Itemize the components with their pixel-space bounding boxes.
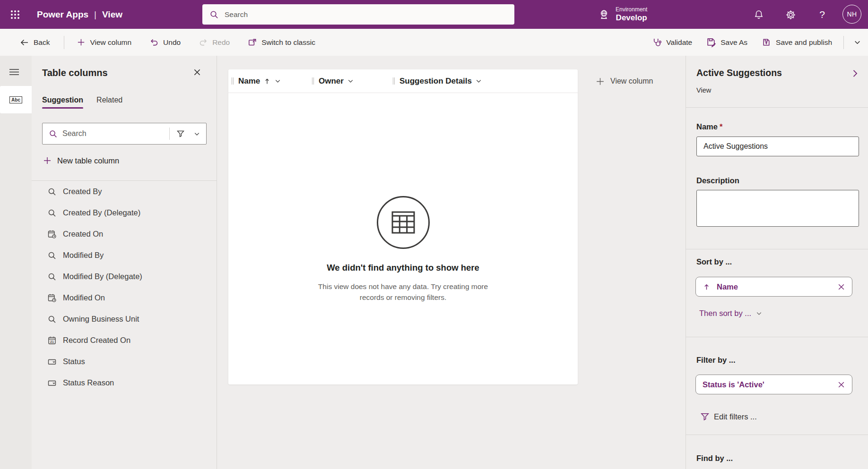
empty-state-title: We didn't find anything to show here: [327, 263, 479, 273]
waffle-menu-icon[interactable]: [6, 6, 24, 24]
datetime-icon: [47, 230, 57, 239]
grid-column-label: Name: [238, 77, 260, 86]
redo-button[interactable]: Redo: [199, 38, 230, 47]
svg-text:21: 21: [50, 340, 54, 343]
edit-filters-button[interactable]: Edit filters ...: [700, 412, 757, 421]
table-column-item[interactable]: Created By: [32, 181, 217, 202]
empty-state: We didn't find anything to show here Thi…: [228, 196, 578, 303]
description-input[interactable]: [696, 190, 859, 227]
column-drag-handle[interactable]: [393, 77, 395, 85]
grid-column-header[interactable]: Owner: [312, 77, 393, 86]
lookup-icon: [47, 208, 57, 218]
notifications-bell-icon[interactable]: [751, 7, 767, 23]
table-column-item[interactable]: Modified By (Delegate): [32, 266, 217, 287]
chevron-down-icon: [755, 310, 763, 317]
table-column-item[interactable]: Modified On: [32, 287, 217, 308]
view-name-input[interactable]: [696, 136, 859, 156]
lookup-icon: [47, 315, 57, 324]
table-columns-panel: Table columns Suggestion Related New tab…: [32, 56, 217, 469]
switch-to-classic-button[interactable]: Switch to classic: [248, 38, 315, 47]
tab-suggestion[interactable]: Suggestion: [42, 96, 83, 109]
table-column-item[interactable]: 21Record Created On: [32, 330, 217, 351]
table-column-label: Modified On: [63, 293, 105, 302]
chevron-down-icon[interactable]: [475, 77, 482, 85]
chevron-down-icon[interactable]: [347, 77, 354, 85]
close-icon[interactable]: [193, 68, 201, 77]
more-commands-chevron-icon[interactable]: [853, 38, 861, 46]
hamburger-menu-icon[interactable]: [8, 66, 24, 78]
remove-sort-close-icon[interactable]: [837, 283, 845, 291]
validate-stethoscope-icon: [652, 37, 662, 47]
sort-ascending-icon: [703, 283, 711, 291]
filter-condition-value: Status is 'Active': [703, 380, 831, 389]
grid-header-row: NameOwnerSuggestion Details: [228, 69, 578, 93]
section-divider: [686, 337, 868, 337]
view-column-button[interactable]: View column: [77, 38, 131, 47]
view-name-heading: Active Suggestions: [696, 68, 782, 78]
chevron-down-icon[interactable]: [274, 77, 281, 85]
save-and-publish-icon: [762, 37, 772, 47]
undo-button[interactable]: Undo: [149, 38, 181, 47]
avatar[interactable]: NH: [842, 5, 861, 24]
table-column-item[interactable]: Created By (Delegate): [32, 202, 217, 223]
filter-by-label: Filter by ...: [696, 356, 736, 365]
collapse-panel-chevron-right-icon[interactable]: [851, 69, 859, 78]
new-table-column-button[interactable]: New table column: [43, 156, 119, 165]
empty-state-text-line1: This view does not have any data. Try cr…: [318, 281, 488, 292]
filter-icon[interactable]: [174, 129, 187, 138]
undo-icon: [149, 38, 159, 47]
rail-item-table-columns[interactable]: Abc: [0, 86, 32, 113]
remove-filter-close-icon[interactable]: [837, 381, 845, 389]
global-search[interactable]: [202, 4, 514, 25]
grid-column-label: Suggestion Details: [399, 77, 472, 86]
required-marker: *: [720, 122, 722, 131]
add-view-column-button[interactable]: View column: [595, 69, 653, 93]
table-column-label: Modified By: [63, 251, 104, 260]
tab-related[interactable]: Related: [96, 96, 122, 109]
table-column-item[interactable]: Owning Business Unit: [32, 308, 217, 330]
save-as-button[interactable]: Save As: [706, 37, 747, 47]
back-button[interactable]: Back: [20, 38, 50, 47]
column-drag-handle[interactable]: [312, 77, 314, 85]
plus-icon: [77, 38, 86, 47]
abc-icon: Abc: [9, 96, 22, 103]
description-field-label: Description: [696, 176, 739, 185]
search-input[interactable]: [225, 10, 489, 19]
validate-button[interactable]: Validate: [652, 37, 692, 47]
sort-condition-pill[interactable]: Name: [695, 277, 852, 297]
properties-panel: Active Suggestions View Name* Descriptio…: [686, 56, 868, 469]
sort-field-value: Name: [717, 282, 831, 291]
plus-icon: [595, 77, 605, 86]
table-column-item[interactable]: Status: [32, 351, 217, 372]
table-column-label: Created By: [63, 187, 102, 196]
environment-picker[interactable]: Environment Develop: [598, 4, 647, 25]
date-icon: 21: [47, 336, 57, 345]
save-as-icon: [706, 37, 716, 47]
table-column-item[interactable]: Status Reason: [32, 372, 217, 393]
app-header: Power Apps | View Environment Develop ? …: [0, 0, 868, 29]
table-column-item[interactable]: Modified By: [32, 245, 217, 266]
help-icon[interactable]: ?: [814, 7, 830, 23]
table-column-label: Modified By (Delegate): [63, 272, 142, 281]
filter-chevron-icon[interactable]: [191, 130, 202, 137]
section-divider: [686, 435, 868, 435]
find-by-label: Find by ...: [696, 454, 733, 463]
table-column-label: Status: [63, 357, 85, 366]
panel-subtitle: View: [696, 86, 711, 94]
table-column-item[interactable]: Created On: [32, 223, 217, 245]
column-drag-handle[interactable]: [232, 77, 234, 85]
save-and-publish-button[interactable]: Save and publish: [762, 37, 832, 47]
grid-column-header[interactable]: Name: [232, 77, 312, 86]
workspace: Abc Table columns Suggestion Related: [0, 56, 868, 469]
app-name[interactable]: Power Apps: [37, 9, 88, 20]
choice-icon: [47, 357, 57, 367]
settings-gear-icon[interactable]: [782, 7, 799, 23]
then-sort-by-button[interactable]: Then sort by ...: [699, 309, 763, 318]
empty-state-text-line2: records or removing filters.: [360, 292, 446, 303]
column-search-input[interactable]: [62, 129, 165, 138]
command-divider: [843, 36, 844, 49]
table-column-label: Created By (Delegate): [63, 208, 140, 217]
filter-condition-pill[interactable]: Status is 'Active': [695, 375, 852, 394]
grid-column-header[interactable]: Suggestion Details: [393, 77, 482, 86]
search-icon: [209, 10, 219, 19]
